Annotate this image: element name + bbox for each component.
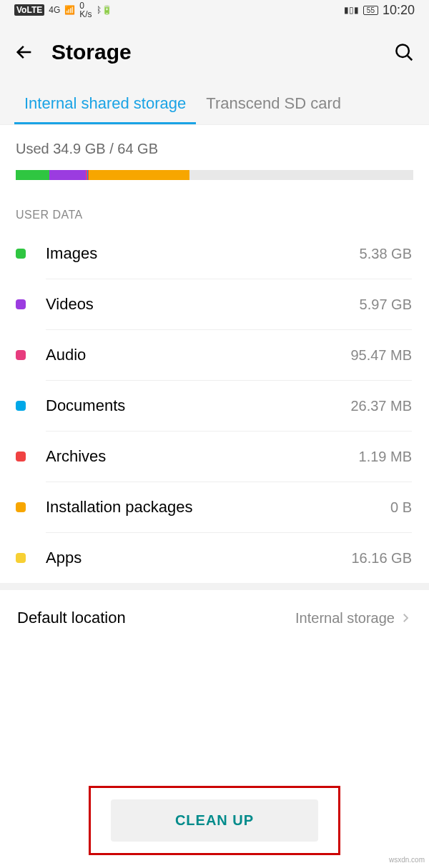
category-size: 1.19 MB	[359, 449, 412, 465]
color-dot	[16, 350, 26, 360]
color-dot	[16, 299, 26, 309]
battery-icon: 55	[363, 6, 378, 15]
category-label: Apps	[46, 549, 351, 567]
category-size: 16.16 GB	[351, 550, 412, 567]
usage-bar	[16, 170, 413, 180]
color-dot	[16, 249, 26, 259]
tabs: Internal shared storage Transcend SD car…	[0, 81, 429, 125]
category-row[interactable]: Documents26.37 MB	[0, 381, 429, 431]
category-label: Installation packages	[46, 498, 390, 517]
category-row[interactable]: Images5.38 GB	[0, 229, 429, 279]
search-icon[interactable]	[393, 41, 415, 63]
category-size: 5.38 GB	[360, 246, 412, 262]
category-row[interactable]: Archives1.19 MB	[0, 431, 429, 482]
footer: CLEAN UP	[0, 786, 429, 855]
category-row[interactable]: Videos5.97 GB	[0, 279, 429, 329]
watermark: wsxdn.com	[389, 856, 425, 864]
signal-text: 4G	[49, 5, 60, 15]
user-data-header: USER DATA	[0, 199, 429, 229]
usage-text: Used 34.9 GB / 64 GB	[16, 141, 413, 157]
header: Storage	[0, 20, 429, 81]
default-location-row[interactable]: Default location Internal storage	[0, 590, 429, 646]
category-label: Images	[46, 244, 360, 263]
usage-segment	[89, 170, 189, 180]
volte-badge: VoLTE	[14, 4, 44, 16]
svg-line-2	[408, 56, 412, 60]
category-row[interactable]: Audio95.47 MB	[0, 330, 429, 380]
category-size: 26.37 MB	[350, 398, 412, 414]
clock: 10:20	[383, 3, 415, 18]
color-dot	[16, 553, 26, 563]
category-label: Videos	[46, 295, 360, 314]
color-dot	[16, 502, 26, 512]
category-row[interactable]: Apps16.16 GB	[0, 533, 429, 583]
category-label: Documents	[46, 396, 350, 415]
category-size: 5.97 GB	[360, 296, 412, 313]
tab-sd-card[interactable]: Transcend SD card	[196, 81, 351, 124]
category-size: 0 B	[390, 499, 412, 516]
signal-icon: 📶	[64, 5, 75, 15]
category-list: Images5.38 GBVideos5.97 GBAudio95.47 MBD…	[0, 229, 429, 583]
default-location-label: Default location	[17, 609, 295, 627]
speed-bottom: K/s	[79, 10, 92, 19]
vibrate-icon: ▮▯▮	[344, 5, 359, 15]
status-bar: VoLTE 4G 📶 0 K/s ᛒ🔋 ▮▯▮ 55 10:20	[0, 0, 429, 20]
category-label: Audio	[46, 346, 350, 364]
default-location-value: Internal storage	[295, 610, 395, 627]
color-dot	[16, 401, 26, 411]
category-label: Archives	[46, 447, 359, 466]
clean-up-button[interactable]: CLEAN UP	[111, 799, 318, 842]
back-icon[interactable]	[14, 42, 34, 62]
page-title: Storage	[51, 40, 132, 64]
tab-internal-storage[interactable]: Internal shared storage	[14, 81, 196, 124]
chevron-right-icon	[399, 612, 412, 624]
bluetooth-icon: ᛒ🔋	[97, 5, 112, 15]
divider-gap	[0, 583, 429, 590]
category-row[interactable]: Installation packages0 B	[0, 482, 429, 532]
highlight-box: CLEAN UP	[89, 786, 340, 855]
usage-segment	[16, 170, 49, 180]
color-dot	[16, 452, 26, 462]
usage-segment	[49, 170, 87, 180]
svg-point-1	[396, 44, 409, 57]
usage-section: Used 34.9 GB / 64 GB	[0, 125, 429, 199]
category-size: 95.47 MB	[350, 347, 412, 364]
